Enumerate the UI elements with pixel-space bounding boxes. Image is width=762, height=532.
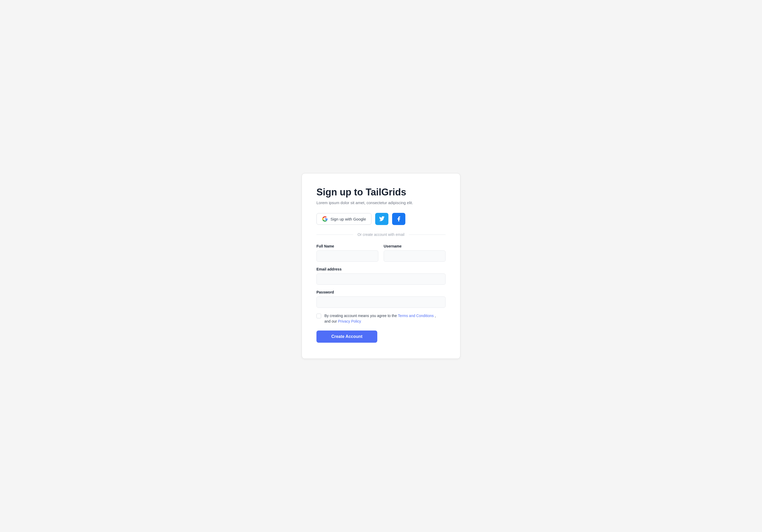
twitter-icon	[379, 216, 385, 222]
divider: Or create account with email	[316, 233, 446, 237]
email-group: Email address	[316, 267, 446, 285]
facebook-signup-button[interactable]	[392, 213, 405, 225]
divider-text: Or create account with email	[357, 233, 404, 237]
email-input[interactable]	[316, 273, 446, 285]
divider-line-right	[409, 234, 446, 235]
facebook-icon	[396, 216, 402, 222]
password-label: Password	[316, 290, 446, 294]
privacy-prefix: and our	[324, 319, 338, 323]
privacy-policy-link[interactable]: Privacy Policy	[338, 319, 361, 323]
name-username-row: Full Name Username	[316, 244, 446, 262]
username-group: Username	[384, 244, 446, 262]
create-account-button[interactable]: Create Account	[316, 331, 377, 343]
terms-checkbox[interactable]	[316, 313, 321, 318]
full-name-input[interactable]	[316, 250, 378, 262]
divider-line-left	[316, 234, 353, 235]
terms-suffix: ,	[434, 313, 436, 318]
twitter-signup-button[interactable]	[375, 213, 388, 225]
google-button-label: Sign up with Google	[331, 217, 366, 221]
full-name-label: Full Name	[316, 244, 378, 248]
terms-prefix: By creating account means you agree to t…	[324, 313, 398, 318]
terms-label: By creating account means you agree to t…	[324, 313, 436, 324]
google-icon	[322, 216, 328, 222]
password-group: Password	[316, 290, 446, 308]
page-subtitle: Lorem ipsum dolor sit amet, consectetur …	[316, 200, 446, 205]
terms-and-conditions-link[interactable]: Terms and Conditions	[398, 313, 434, 318]
page-title: Sign up to TailGrids	[316, 187, 446, 198]
username-input[interactable]	[384, 250, 446, 262]
password-input[interactable]	[316, 297, 446, 308]
google-signup-button[interactable]: Sign up with Google	[316, 213, 371, 225]
terms-checkbox-row: By creating account means you agree to t…	[316, 313, 446, 324]
full-name-group: Full Name	[316, 244, 378, 262]
signup-card: Sign up to TailGrids Lorem ipsum dolor s…	[302, 173, 460, 359]
username-label: Username	[384, 244, 446, 248]
social-buttons-group: Sign up with Google	[316, 213, 446, 225]
email-label: Email address	[316, 267, 446, 271]
